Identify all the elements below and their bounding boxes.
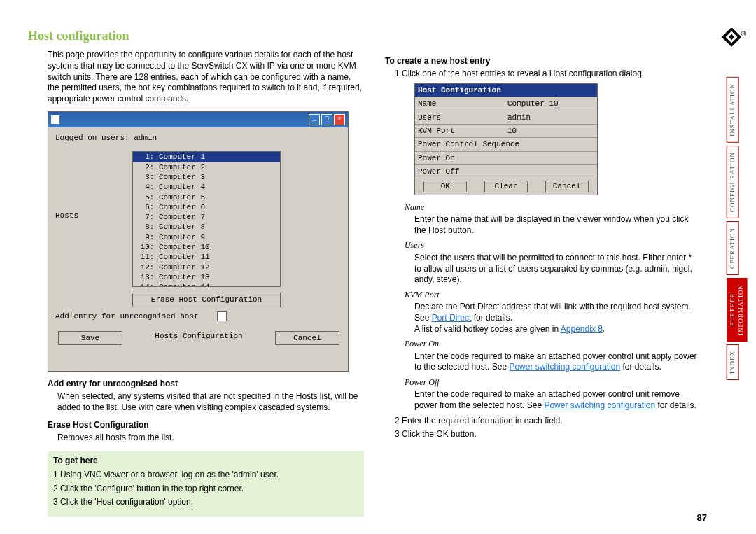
add-entry-checkbox[interactable] (217, 311, 227, 321)
dialog-row: Power Off (415, 164, 597, 178)
dialog-row: Power On (415, 151, 597, 164)
minimize-icon[interactable]: _ (309, 114, 320, 125)
erase-button[interactable]: Erase Host Configuration (132, 293, 281, 307)
field-value[interactable] (505, 165, 597, 178)
port-direct-link[interactable]: Port Direct (432, 313, 472, 323)
poweron-text: Enter the code required to make an attac… (414, 351, 700, 373)
field-label: Power Control Sequence (415, 138, 597, 150)
page-number: 87 (697, 512, 707, 524)
titlebar: _ □ × (48, 112, 348, 127)
dialog-title: Host Configuration (415, 84, 597, 97)
users-heading: Users (405, 240, 700, 251)
field-label: Users (415, 111, 505, 124)
kvm-text: Declare the Port Direct address that wil… (414, 302, 700, 335)
intro-text: This page provides the opportunity to co… (48, 50, 364, 104)
poweroff-heading: Power Off (405, 377, 700, 388)
power-switch-link1[interactable]: Power switching configuration (509, 362, 620, 372)
clear-button[interactable]: Clear (484, 181, 528, 192)
tab-configuration[interactable]: CONFIGURATION (727, 146, 739, 218)
field-label: KVM Port (415, 125, 505, 137)
field-value[interactable]: Computer 10 (505, 97, 597, 110)
field-value[interactable] (505, 152, 597, 164)
create-host-title: To create a new host entry (385, 56, 700, 67)
list-item[interactable]: 10: Computer 10 (133, 242, 280, 252)
maximize-icon[interactable]: □ (321, 114, 332, 125)
brand-logo (713, 28, 741, 59)
to-get-here-box: To get here 1 Using VNC viewer or a brow… (48, 451, 364, 516)
logged-users: Logged on users: admin (55, 133, 342, 146)
list-item[interactable]: 6: Computer 6 (133, 202, 280, 212)
field-label: Power On (415, 152, 505, 164)
add-entry-label: Add entry for unrecognised host (55, 312, 199, 321)
field-label: Power Off (415, 165, 505, 178)
tab-index[interactable]: INDEX (727, 344, 739, 380)
hosts-label: Hosts (55, 151, 132, 220)
field-value[interactable]: admin (505, 111, 597, 124)
host-config-dialog: Host Configuration NameComputer 10Usersa… (414, 83, 598, 195)
list-item[interactable]: 8: Computer 8 (133, 222, 280, 232)
appendix8-link[interactable]: Appendix 8 (561, 324, 603, 334)
list-item[interactable]: 14: Computer 14 (133, 282, 280, 287)
name-heading: Name (405, 202, 700, 213)
cancel-button[interactable]: Cancel (275, 331, 340, 345)
list-item[interactable]: 9: Computer 9 (133, 232, 280, 242)
save-button[interactable]: Save (58, 331, 122, 345)
add-entry-heading: Add entry for unrecognised host (48, 379, 364, 390)
erase-text: Removes all hosts from the list. (57, 433, 364, 444)
list-item[interactable]: 13: Computer 13 (133, 272, 280, 282)
field-label: Name (415, 97, 505, 110)
dialog-row: KVM Port10 (415, 124, 597, 137)
erase-heading: Erase Host Configuration (48, 420, 364, 431)
list-item[interactable]: 12: Computer 12 (133, 262, 280, 272)
hosts-list[interactable]: 1: Computer 1 2: Computer 2 3: Computer … (132, 151, 281, 287)
tab-installation[interactable]: INSTALLATION (727, 77, 739, 143)
field-value[interactable]: 10 (505, 125, 597, 137)
dialog-row: Usersadmin (415, 111, 597, 124)
registered-mark: ® (741, 29, 746, 38)
create-step3: 3 Click the OK button. (405, 429, 700, 440)
tab-operation[interactable]: OPERATION (727, 221, 739, 275)
vnc-icon (51, 115, 59, 124)
list-item[interactable]: 11: Computer 11 (133, 252, 280, 262)
kvm-heading: KVM Port (405, 290, 700, 301)
list-item[interactable]: 5: Computer 5 (133, 192, 280, 202)
close-icon[interactable]: × (334, 114, 345, 125)
to-get-here-title: To get here (53, 456, 358, 467)
poweroff-text: Enter the code required to make an attac… (414, 389, 700, 411)
step-2: 2 Click the 'Configure' button in the to… (63, 484, 358, 495)
add-entry-text: When selected, any systems visited that … (57, 391, 364, 413)
dialog-row: Power Control Sequence (415, 137, 597, 150)
step-3: 3 Click the 'Host configuration' option. (63, 497, 358, 508)
create-step1: 1 Click one of the host entries to revea… (405, 69, 700, 80)
list-item[interactable]: 7: Computer 7 (133, 212, 280, 222)
ok-button[interactable]: OK (424, 181, 467, 192)
list-item[interactable]: 2: Computer 2 (133, 162, 280, 172)
list-item[interactable]: 3: Computer 3 (133, 172, 280, 182)
step-1: 1 Using VNC viewer or a browser, log on … (63, 470, 358, 481)
name-text: Enter the name that will be displayed in… (414, 214, 700, 236)
hosts-window: _ □ × Logged on users: admin Hosts 1: Co… (48, 111, 349, 372)
window-title-label: Hosts Configuration (155, 331, 242, 345)
poweron-heading: Power On (405, 339, 700, 350)
list-item[interactable]: 1: Computer 1 (133, 152, 280, 162)
create-step2: 2 Enter the required information in each… (405, 416, 700, 427)
dialog-row: NameComputer 10 (415, 97, 597, 110)
page-title: Host configuration (28, 28, 364, 44)
users-text: Select the users that will be permitted … (414, 253, 700, 286)
tab-further-information[interactable]: FURTHERINFORMATION (727, 278, 747, 342)
cancel-button-2[interactable]: Cancel (545, 181, 589, 192)
list-item[interactable]: 4: Computer 4 (133, 182, 280, 192)
power-switch-link2[interactable]: Power switching configuration (544, 400, 655, 410)
